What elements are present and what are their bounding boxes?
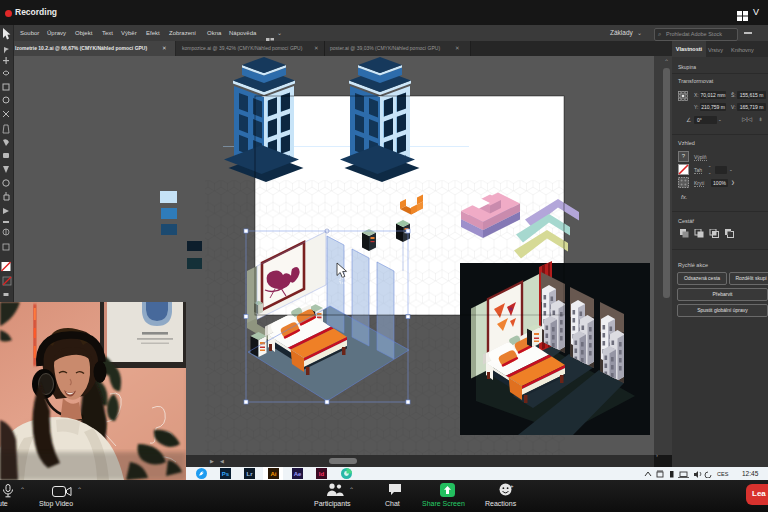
svg-text:Ps: Ps: [222, 471, 230, 477]
svg-text:Ai: Ai: [271, 471, 277, 477]
svg-text:Id: Id: [319, 471, 325, 477]
svg-text:Ae: Ae: [294, 471, 302, 477]
svg-text:+: +: [510, 483, 514, 489]
svg-text:Lr: Lr: [247, 471, 254, 477]
